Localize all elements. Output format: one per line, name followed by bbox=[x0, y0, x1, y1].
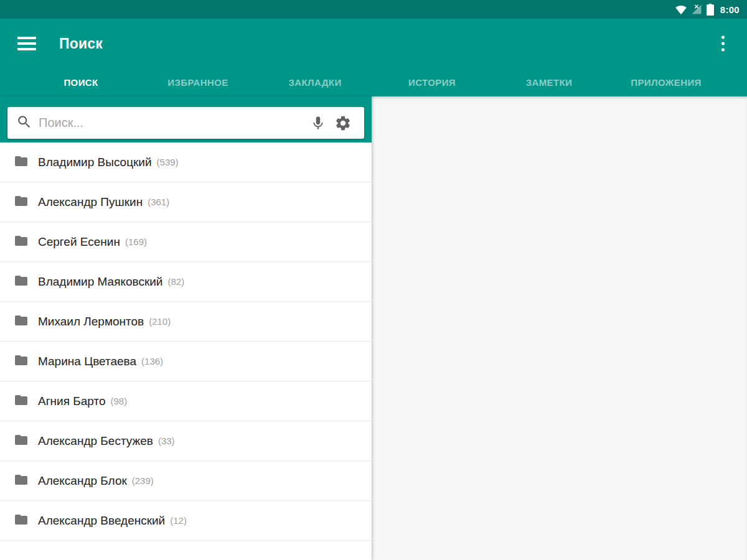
overflow-dot bbox=[721, 49, 725, 52]
folder-row[interactable]: Александр Введенский (12) bbox=[0, 501, 372, 541]
tab-0[interactable]: ПОИСК bbox=[22, 68, 139, 96]
folder-name: Михаил Лермонтов bbox=[38, 315, 144, 329]
folder-icon bbox=[14, 512, 29, 530]
hamburger-bar bbox=[17, 48, 36, 50]
hamburger-menu-icon[interactable] bbox=[17, 34, 36, 54]
folder-icon bbox=[14, 233, 29, 251]
folder-row[interactable]: Владимир Высоцкий (539) bbox=[0, 142, 372, 182]
folder-row[interactable]: Сергей Есенин (169) bbox=[0, 222, 372, 262]
page-title: Поиск bbox=[59, 35, 103, 52]
wifi-icon bbox=[675, 4, 687, 15]
search-input[interactable] bbox=[39, 116, 306, 130]
folder-name: Агния Барто bbox=[38, 394, 106, 408]
folder-icon bbox=[14, 393, 29, 410]
folder-name: Александр Блок bbox=[38, 474, 127, 488]
overflow-menu-icon[interactable] bbox=[718, 32, 728, 55]
folder-row[interactable]: Марина Цветаева (136) bbox=[0, 342, 372, 381]
folder-count: (361) bbox=[148, 197, 169, 207]
folder-name: Владимир Высоцкий bbox=[38, 156, 152, 169]
folder-name: Сергей Есенин bbox=[38, 235, 120, 249]
folder-icon bbox=[14, 472, 29, 490]
app-bar: Поиск bbox=[0, 19, 747, 68]
folder-icon bbox=[14, 313, 29, 330]
tab-5[interactable]: ПРИЛОЖЕНИЯ bbox=[608, 68, 725, 96]
overflow-dot bbox=[721, 36, 725, 39]
tab-1[interactable]: ИЗБРАННОЕ bbox=[139, 68, 256, 96]
folder-name: Марина Цветаева bbox=[38, 355, 136, 368]
folder-name: Александр Введенский bbox=[38, 514, 165, 528]
folder-row[interactable]: Агния Барто (98) bbox=[0, 381, 372, 421]
folder-icon bbox=[14, 432, 29, 450]
search-icon bbox=[16, 114, 32, 133]
folder-count: (169) bbox=[125, 236, 147, 247]
status-bar: 8:00 bbox=[0, 0, 747, 19]
folder-row[interactable]: Александр Пушкин (361) bbox=[0, 182, 372, 222]
folder-count: (239) bbox=[132, 475, 154, 486]
folder-count: (12) bbox=[170, 515, 187, 526]
folder-list: Владимир Высоцкий (539) Александр Пушкин… bbox=[0, 142, 372, 560]
detail-panel bbox=[372, 96, 747, 560]
content-area: Владимир Высоцкий (539) Александр Пушкин… bbox=[0, 96, 747, 560]
folder-row[interactable]: Михаил Лермонтов (210) bbox=[0, 302, 372, 342]
search-header bbox=[0, 96, 372, 142]
tab-2[interactable]: ЗАКЛАДКИ bbox=[256, 68, 374, 96]
folder-count: (539) bbox=[157, 157, 179, 167]
folder-icon bbox=[14, 154, 29, 171]
tab-bar: ПОИСКИЗБРАННОЕЗАКЛАДКИИСТОРИЯЗАМЕТКИПРИЛ… bbox=[0, 68, 747, 96]
folder-count: (33) bbox=[158, 436, 175, 446]
overflow-dot bbox=[721, 42, 725, 45]
status-time: 8:00 bbox=[720, 4, 740, 15]
folder-row[interactable]: Александр Бестужев (33) bbox=[0, 421, 372, 461]
battery-full-icon bbox=[707, 4, 714, 16]
tab-4[interactable]: ЗАМЕТКИ bbox=[491, 68, 608, 96]
folder-name: Александр Бестужев bbox=[38, 434, 153, 448]
folder-name: Владимир Маяковский bbox=[38, 275, 162, 289]
search-panel: Владимир Высоцкий (539) Александр Пушкин… bbox=[0, 96, 372, 560]
hamburger-bar bbox=[17, 42, 36, 45]
cell-signal-no-internet-icon bbox=[691, 4, 702, 15]
folder-icon bbox=[14, 273, 29, 291]
folder-row[interactable]: Владимир Маяковский (82) bbox=[0, 262, 372, 302]
folder-name: Александр Пушкин bbox=[38, 195, 143, 209]
folder-count: (136) bbox=[141, 356, 163, 366]
microphone-icon[interactable] bbox=[306, 111, 331, 136]
gear-icon[interactable] bbox=[331, 111, 355, 136]
tab-3[interactable]: ИСТОРИЯ bbox=[374, 68, 491, 96]
folder-count: (210) bbox=[149, 316, 171, 327]
search-box bbox=[7, 107, 364, 139]
hamburger-bar bbox=[17, 37, 36, 39]
folder-row[interactable]: Александр Блок (239) bbox=[0, 461, 372, 501]
folder-count: (98) bbox=[111, 396, 128, 406]
folder-icon bbox=[14, 194, 29, 211]
folder-icon bbox=[14, 353, 29, 370]
app-screen: 8:00 Поиск ПОИСКИЗБРАННОЕЗАКЛАДКИИСТОРИЯ… bbox=[0, 0, 747, 560]
folder-count: (82) bbox=[167, 276, 184, 287]
